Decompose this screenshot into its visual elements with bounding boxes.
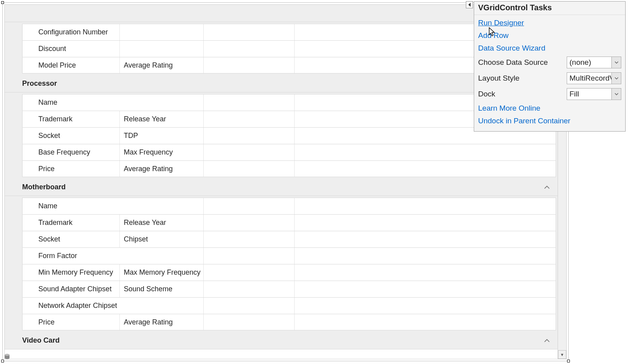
value-cell[interactable] [204, 231, 295, 247]
value-cell[interactable] [204, 248, 295, 264]
row-header-cell[interactable]: Model Price [23, 57, 120, 73]
value-cell[interactable] [295, 161, 556, 177]
value-cell[interactable] [295, 144, 556, 160]
value-cell[interactable] [204, 94, 295, 111]
value-cell[interactable] [295, 248, 556, 264]
value-cell[interactable] [204, 264, 295, 281]
row-header-cell[interactable]: Configuration Number [23, 24, 120, 40]
row-header-cell[interactable]: Sound Adapter Chipset [23, 281, 120, 297]
row-header-cell[interactable]: Max Frequency [120, 144, 204, 160]
value-cell[interactable] [204, 198, 295, 214]
learn-more-link[interactable]: Learn More Online [478, 102, 621, 115]
value-cell[interactable] [295, 198, 556, 214]
smart-tag-glyph[interactable] [466, 1, 473, 8]
choose-data-source-combo[interactable]: (none) [567, 57, 621, 68]
tasks-panel-title: VGridControl Tasks [474, 2, 625, 15]
undock-link[interactable]: Undock in Parent Container [478, 115, 621, 127]
row-header-cell[interactable]: Max Memory Frequency [120, 264, 204, 281]
scroll-down-button[interactable]: ▼ [558, 350, 566, 359]
row-header-cell[interactable]: Name [23, 198, 204, 214]
database-icon[interactable] [2, 352, 12, 362]
row-header-cell[interactable]: Base Frequency [23, 144, 120, 160]
grid-row[interactable]: TrademarkRelease Year [22, 214, 556, 231]
chevron-up-icon[interactable] [543, 337, 550, 344]
combo-value: MultiRecordView [567, 73, 611, 84]
dock-label: Dock [478, 90, 564, 98]
row-header-cell[interactable]: Min Memory Frequency [23, 264, 120, 281]
value-cell[interactable] [295, 215, 556, 231]
row-header-cell[interactable] [120, 24, 204, 40]
add-row-link[interactable]: Add Row [478, 29, 621, 42]
data-source-wizard-link[interactable]: Data Source Wizard [478, 42, 621, 55]
arrow-left-icon [468, 3, 471, 7]
value-cell[interactable] [204, 314, 295, 330]
category-header[interactable]: Video Card [5, 332, 558, 349]
row-header-cell[interactable]: Name [23, 94, 204, 111]
svg-point-1 [5, 354, 9, 356]
grid-row[interactable]: Min Memory FrequencyMax Memory Frequency [22, 264, 556, 281]
category-header[interactable]: Motherboard [5, 179, 558, 196]
grid-row[interactable]: PriceAverage Rating [22, 160, 556, 177]
value-cell[interactable] [204, 144, 295, 160]
grid-row[interactable]: Base FrequencyMax Frequency [22, 144, 556, 160]
value-cell[interactable] [204, 57, 295, 73]
combo-value: Fill [567, 89, 611, 100]
row-header-cell[interactable]: Average Rating [120, 314, 204, 330]
row-header-cell[interactable]: Chipset [120, 231, 204, 247]
row-header-cell[interactable]: Network Adapter Chipset [23, 298, 204, 314]
row-header-cell[interactable]: Socket [23, 128, 120, 144]
grid-row[interactable]: Network Adapter Chipset [22, 297, 556, 314]
value-cell[interactable] [204, 41, 295, 57]
choose-data-source-row: Choose Data Source (none) [478, 55, 621, 70]
chevron-down-icon[interactable] [611, 73, 621, 84]
choose-data-source-label: Choose Data Source [478, 58, 564, 67]
value-cell[interactable] [295, 281, 556, 297]
value-cell[interactable] [204, 111, 295, 127]
value-cell[interactable] [204, 24, 295, 40]
value-cell[interactable] [204, 215, 295, 231]
category-title: Motherboard [22, 183, 558, 191]
tasks-panel: VGridControl Tasks Run Designer Add Row … [474, 1, 626, 132]
row-header-cell[interactable]: Form Factor [23, 248, 204, 264]
value-cell[interactable] [295, 231, 556, 247]
chevron-up-icon[interactable] [543, 184, 550, 191]
row-header-cell[interactable]: Socket [23, 231, 120, 247]
value-cell[interactable] [204, 128, 295, 144]
layout-style-label: Layout Style [478, 74, 564, 83]
chevron-down-icon[interactable] [611, 89, 621, 100]
layout-style-combo[interactable]: MultiRecordView [567, 72, 621, 84]
resize-handle[interactable] [567, 360, 570, 362]
category-title: Video Card [22, 336, 558, 345]
row-header-cell[interactable]: Trademark [23, 215, 120, 231]
grid-row[interactable]: Name [22, 198, 556, 214]
row-header-cell[interactable]: Release Year [120, 111, 204, 127]
row-header-cell[interactable]: Release Year [120, 215, 204, 231]
dock-row: Dock Fill [478, 86, 621, 102]
value-cell[interactable] [204, 161, 295, 177]
row-header-cell[interactable]: Sound Scheme [120, 281, 204, 297]
row-header-cell[interactable]: Average Rating [120, 161, 204, 177]
resize-handle[interactable] [1, 1, 4, 4]
chevron-down-icon[interactable] [611, 57, 621, 68]
grid-row[interactable]: Form Factor [22, 247, 556, 264]
grid-row[interactable]: SocketChipset [22, 231, 556, 247]
run-designer-link[interactable]: Run Designer [478, 17, 621, 29]
dock-combo[interactable]: Fill [567, 88, 621, 100]
layout-style-row: Layout Style MultiRecordView [478, 70, 621, 86]
category-rows: NameTrademarkRelease YearSocketChipsetFo… [5, 196, 558, 332]
value-cell[interactable] [295, 264, 556, 281]
grid-row[interactable]: Sound Adapter ChipsetSound Scheme [22, 281, 556, 297]
row-header-cell[interactable]: Trademark [23, 111, 120, 127]
row-header-cell[interactable]: TDP [120, 128, 204, 144]
value-cell[interactable] [204, 298, 295, 314]
value-cell[interactable] [204, 281, 295, 297]
row-header-cell[interactable] [120, 41, 204, 57]
value-cell[interactable] [295, 298, 556, 314]
value-cell[interactable] [295, 314, 556, 330]
combo-value: (none) [567, 57, 611, 68]
row-header-cell[interactable]: Average Rating [120, 57, 204, 73]
row-header-cell[interactable]: Price [23, 314, 120, 330]
grid-row[interactable]: PriceAverage Rating [22, 314, 556, 330]
row-header-cell[interactable]: Discount [23, 41, 120, 57]
row-header-cell[interactable]: Price [23, 161, 120, 177]
